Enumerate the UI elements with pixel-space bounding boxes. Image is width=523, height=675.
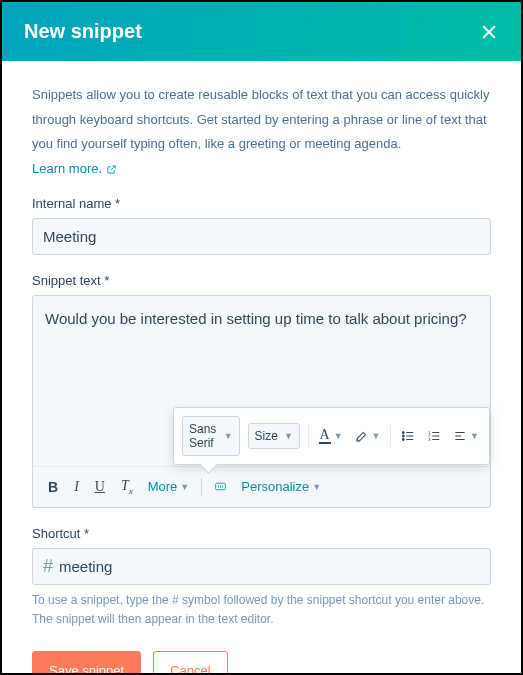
format-popover: Sans Serif▼ Size▼ A ▼ ▼ xyxy=(173,407,490,465)
rich-text-editor: Would you be interested in setting up ti… xyxy=(32,295,491,508)
align-icon xyxy=(453,429,467,443)
font-family-select[interactable]: Sans Serif▼ xyxy=(182,416,240,456)
internal-name-field: Internal name * xyxy=(32,196,491,255)
chevron-down-icon: ▼ xyxy=(284,431,293,441)
chevron-down-icon: ▼ xyxy=(372,431,381,441)
modal-title: New snippet xyxy=(24,20,142,43)
chevron-down-icon: ▼ xyxy=(470,431,479,441)
modal-header: New snippet xyxy=(2,2,521,61)
highlight-icon xyxy=(355,429,369,443)
close-icon xyxy=(479,22,499,42)
chevron-down-icon: ▼ xyxy=(334,431,343,441)
shortcut-help-text: To use a snippet, type the # symbol foll… xyxy=(32,591,491,629)
close-button[interactable] xyxy=(479,22,499,42)
modal-body: Snippets allow you to create reusable bl… xyxy=(2,61,521,673)
chevron-down-icon: ▼ xyxy=(224,431,233,441)
svg-point-0 xyxy=(403,431,405,433)
shortcut-label: Shortcut * xyxy=(32,526,491,541)
underline-button[interactable]: U xyxy=(90,476,110,498)
token-icon xyxy=(214,480,227,493)
highlight-button[interactable]: ▼ xyxy=(353,427,383,445)
shortcut-input-wrap: # xyxy=(32,548,491,585)
shortcut-field: Shortcut * # To use a snippet, type the … xyxy=(32,526,491,629)
svg-text:3: 3 xyxy=(428,436,431,441)
clear-format-button[interactable]: Tx xyxy=(116,475,138,499)
cancel-button[interactable]: Cancel xyxy=(153,651,227,673)
more-menu[interactable]: More ▼ xyxy=(144,477,194,496)
internal-name-label: Internal name * xyxy=(32,196,491,211)
external-link-icon xyxy=(106,164,117,175)
shortcut-input[interactable] xyxy=(59,549,480,584)
hash-prefix: # xyxy=(43,556,59,577)
chevron-down-icon: ▼ xyxy=(180,482,189,492)
save-button[interactable]: Save snippet xyxy=(32,651,141,673)
intro-text: Snippets allow you to create reusable bl… xyxy=(32,83,491,182)
numbered-list-button[interactable]: 123 xyxy=(425,427,443,445)
svg-point-1 xyxy=(403,435,405,437)
internal-name-input[interactable] xyxy=(32,218,491,255)
chevron-down-icon: ▼ xyxy=(312,482,321,492)
text-color-icon: A xyxy=(319,428,331,444)
bullet-list-button[interactable] xyxy=(399,427,417,445)
insert-link-button[interactable] xyxy=(210,478,231,495)
svg-point-2 xyxy=(403,438,405,440)
bullet-list-icon xyxy=(401,429,415,443)
italic-button[interactable]: I xyxy=(69,476,84,498)
align-button[interactable]: ▼ xyxy=(451,427,481,445)
modal-footer: Save snippet Cancel xyxy=(32,651,491,673)
snippet-text-label: Snippet text * xyxy=(32,273,491,288)
bold-button[interactable]: B xyxy=(43,476,63,498)
numbered-list-icon: 123 xyxy=(427,429,441,443)
personalize-menu[interactable]: Personalize ▼ xyxy=(237,477,325,496)
new-snippet-modal: New snippet Snippets allow you to create… xyxy=(2,2,521,673)
text-color-button[interactable]: A ▼ xyxy=(317,426,345,446)
learn-more-link[interactable]: Learn more. xyxy=(32,157,117,182)
snippet-text-field: Snippet text * Would you be interested i… xyxy=(32,273,491,508)
editor-toolbar: B I U Tx More ▼ Personalize ▼ xyxy=(33,466,490,507)
font-size-select[interactable]: Size▼ xyxy=(248,423,300,449)
